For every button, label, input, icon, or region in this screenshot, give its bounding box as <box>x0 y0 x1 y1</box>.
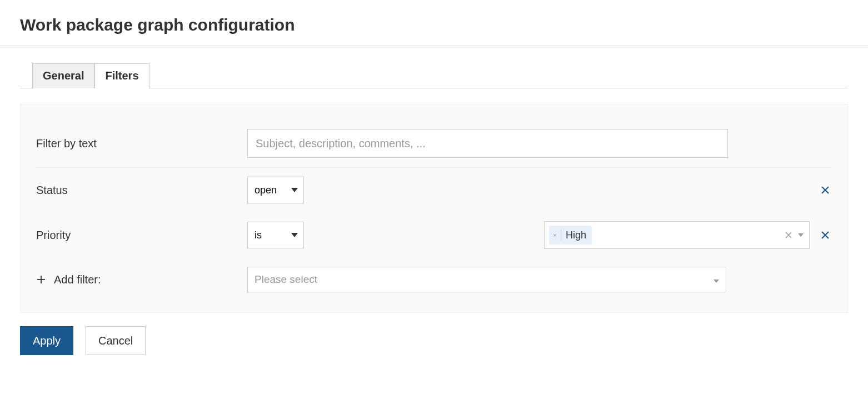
filter-row-add: Add filter: Please select <box>36 258 832 301</box>
dialog-header: Work package graph configuration <box>0 0 868 46</box>
remove-tag-high-button[interactable] <box>553 230 561 241</box>
add-filter-caret-icon <box>714 273 719 286</box>
priority-operator-select[interactable]: is <box>247 222 304 248</box>
filter-text-input[interactable] <box>247 129 728 158</box>
tabs-bar: General Filters <box>20 46 848 88</box>
status-controls: open <box>247 177 810 203</box>
plus-icon <box>36 275 46 285</box>
tab-filters[interactable]: Filters <box>94 63 149 88</box>
svg-marker-11 <box>714 280 719 283</box>
graph-config-dialog: Work package graph configuration General… <box>0 0 868 368</box>
filter-label-priority: Priority <box>36 229 247 242</box>
dialog-title: Work package graph configuration <box>20 16 848 34</box>
svg-marker-6 <box>798 233 804 237</box>
clear-priority-values-button[interactable] <box>785 231 792 239</box>
cancel-button[interactable]: Cancel <box>86 326 146 355</box>
add-filter-controls: Please select <box>247 267 810 292</box>
filter-row-status: Status open <box>36 167 832 212</box>
filter-label-text: Filter by text <box>36 137 247 150</box>
priority-dropdown-caret-icon[interactable] <box>797 233 805 237</box>
priority-value-multiselect[interactable]: High <box>544 221 810 249</box>
add-filter-label: Add filter: <box>54 273 101 286</box>
filters-panel: Filter by text Status open Priority <box>20 104 848 313</box>
add-filter-label-area: Add filter: <box>36 273 247 286</box>
filter-row-text: Filter by text <box>36 120 832 167</box>
add-filter-placeholder: Please select <box>255 273 317 286</box>
tab-general[interactable]: General <box>32 63 94 88</box>
remove-priority-filter-button[interactable] <box>819 228 832 242</box>
priority-tag-high: High <box>549 226 592 245</box>
priority-controls: is High <box>247 221 810 249</box>
filter-row-priority: Priority is High <box>36 212 832 258</box>
remove-status-filter-button[interactable] <box>819 183 832 197</box>
text-filter-controls <box>247 129 832 158</box>
add-filter-select[interactable]: Please select <box>247 267 726 292</box>
filter-label-status: Status <box>36 184 247 197</box>
dialog-button-row: Apply Cancel <box>0 313 868 368</box>
status-operator-select[interactable]: open <box>247 177 304 203</box>
apply-button[interactable]: Apply <box>20 326 73 355</box>
priority-tag-label: High <box>566 230 586 241</box>
